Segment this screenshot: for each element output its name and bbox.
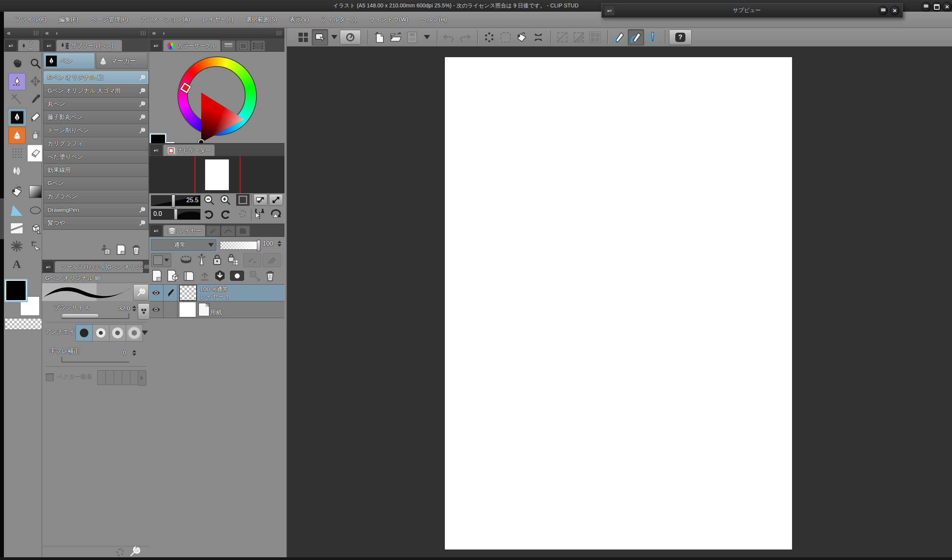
- subtool-item[interactable]: トーン削りペン: [44, 124, 148, 137]
- stabilization-value[interactable]: 0: [108, 349, 126, 356]
- undo-button-disabled[interactable]: [441, 30, 457, 45]
- layer-visibility-cell[interactable]: [149, 285, 163, 301]
- tab-color-slider[interactable]: [221, 40, 235, 51]
- tab-color-circle[interactable]: カラーサークル: [163, 40, 221, 51]
- subtool-item[interactable]: Gペン オリジナル 大ゴマ用: [44, 84, 148, 98]
- snap-ruler-off-button[interactable]: [555, 30, 570, 45]
- window-close-button[interactable]: [942, 2, 952, 12]
- subtool-item[interactable]: べた塗りペン: [44, 150, 148, 164]
- tool-blend[interactable]: [9, 163, 25, 179]
- tool-saturated-line[interactable]: [9, 238, 25, 254]
- menu-layer[interactable]: レイヤー(L): [197, 14, 238, 25]
- menu-selection[interactable]: 選択範囲(S): [241, 14, 282, 25]
- tab-animation-cels[interactable]: [236, 226, 250, 236]
- touch-dropdown-caret[interactable]: [331, 35, 337, 39]
- stabilization-spinner[interactable]: [132, 350, 136, 356]
- palette-grip[interactable]: [141, 31, 146, 35]
- tool-frame-border[interactable]: [9, 220, 25, 236]
- tool-eyedropper[interactable]: [27, 91, 44, 107]
- help-button[interactable]: [669, 30, 692, 45]
- layer-thumbnail[interactable]: [179, 302, 196, 317]
- collapse-single-icon[interactable]: ‹: [163, 30, 165, 36]
- tab-color-history[interactable]: [251, 40, 265, 51]
- tool-airbrush[interactable]: [27, 127, 44, 143]
- canvas-area[interactable]: [287, 47, 952, 558]
- brush-size-value[interactable]: 32.0: [108, 305, 130, 312]
- canvas-page[interactable]: [445, 57, 792, 550]
- menu-view[interactable]: 表示(V): [285, 14, 314, 25]
- foreground-color-swatch[interactable]: [5, 280, 26, 301]
- rotation-slider-handle[interactable]: [174, 209, 177, 220]
- subview-close-button[interactable]: [890, 6, 899, 15]
- tool-marker[interactable]: [9, 127, 26, 144]
- tool-decoration[interactable]: [9, 145, 25, 161]
- panel-menu-icon[interactable]: [151, 226, 162, 236]
- tab-tone[interactable]: [221, 226, 235, 236]
- register-settings-icon[interactable]: [100, 244, 111, 255]
- subtool-item[interactable]: カブラペン: [44, 190, 148, 203]
- tool-3d-object[interactable]: [27, 220, 44, 236]
- new-vector-layer-button[interactable]: [167, 270, 179, 282]
- zoom-slider[interactable]: 25.5: [151, 195, 200, 206]
- open-clip-studio-button[interactable]: [340, 30, 361, 45]
- antialias-none-button[interactable]: [76, 324, 93, 341]
- touch-operation-button[interactable]: [312, 29, 328, 46]
- subview-panel[interactable]: サブビュー: [601, 3, 903, 18]
- tool-figure[interactable]: [9, 202, 25, 219]
- collapse-single-icon[interactable]: ‹: [56, 30, 58, 36]
- zoom-out-button[interactable]: [204, 194, 214, 205]
- redo-button-disabled[interactable]: [457, 30, 473, 45]
- panel-menu-icon[interactable]: [44, 40, 54, 51]
- ruler-layer-button-disabled[interactable]: [263, 253, 281, 267]
- save-dropdown-caret[interactable]: [424, 35, 430, 39]
- panel-splitter[interactable]: [285, 28, 287, 558]
- subtool-item[interactable]: Gペン オリジナル 細: [44, 71, 148, 84]
- panel-menu-icon[interactable]: [151, 145, 162, 155]
- flip-vertical-button[interactable]: [269, 209, 281, 220]
- tab-tool-property[interactable]: ツールプロパティ[Gペン オリジナル: [54, 261, 143, 273]
- lock-layer-button[interactable]: [212, 253, 222, 266]
- tool-gradient[interactable]: [27, 184, 44, 200]
- panel-menu-icon[interactable]: [604, 5, 615, 16]
- snap-to-ruler-button[interactable]: [611, 30, 627, 45]
- opacity-slider[interactable]: [220, 241, 260, 250]
- layer-row-paper[interactable]: 用紙: [149, 301, 285, 318]
- reset-rotation-button[interactable]: [238, 209, 248, 219]
- flip-horizontal-button[interactable]: [253, 209, 266, 220]
- merge-visible-button[interactable]: [214, 270, 225, 282]
- navigator-preview[interactable]: [149, 156, 285, 193]
- fit-to-screen-button[interactable]: [269, 194, 283, 206]
- vector-snap-expand-button[interactable]: [138, 370, 146, 386]
- reference-layer-button[interactable]: [197, 253, 207, 266]
- vector-snap-checkbox[interactable]: [46, 373, 54, 381]
- tab-navigator[interactable]: ナビゲーター: [163, 144, 215, 156]
- menu-filter[interactable]: フィルター(I): [316, 14, 362, 25]
- palette-grip[interactable]: [34, 31, 39, 35]
- merge-down-button-disabled[interactable]: [200, 270, 210, 282]
- antialias-strong-button[interactable]: [126, 324, 143, 341]
- menu-edit[interactable]: 編集(E): [54, 14, 84, 25]
- open-file-button[interactable]: [388, 30, 404, 45]
- tool-pen[interactable]: [9, 109, 26, 126]
- delete-layer-button[interactable]: [265, 270, 275, 282]
- opacity-spinner[interactable]: [278, 241, 281, 247]
- tool-pan[interactable]: [9, 55, 25, 72]
- brush-size-track[interactable]: [61, 313, 129, 319]
- subtool-item[interactable]: DrawingPen: [44, 203, 148, 217]
- collapse-left-icon[interactable]: «: [45, 29, 49, 37]
- new-page-icon[interactable]: [116, 244, 126, 255]
- tool-pencil[interactable]: [27, 109, 44, 125]
- layer-thumbnail[interactable]: [179, 285, 197, 301]
- tool-settings-button[interactable]: [133, 284, 149, 301]
- category-marker-button[interactable]: マーカー: [96, 53, 148, 69]
- menu-page-manage[interactable]: ページ管理(P): [86, 14, 133, 25]
- tab-layer[interactable]: レイヤー: [163, 225, 206, 236]
- tool-vector-edit[interactable]: [27, 238, 44, 254]
- window-maximize-button[interactable]: [932, 2, 941, 12]
- layer-color-button[interactable]: [151, 253, 171, 267]
- opacity-value[interactable]: 100: [263, 240, 273, 247]
- tool-zoom[interactable]: [27, 55, 44, 72]
- tab-tool[interactable]: ツー: [18, 40, 40, 51]
- subtool-item[interactable]: 効果線用: [44, 164, 148, 177]
- vector-snap-segments[interactable]: [97, 370, 139, 385]
